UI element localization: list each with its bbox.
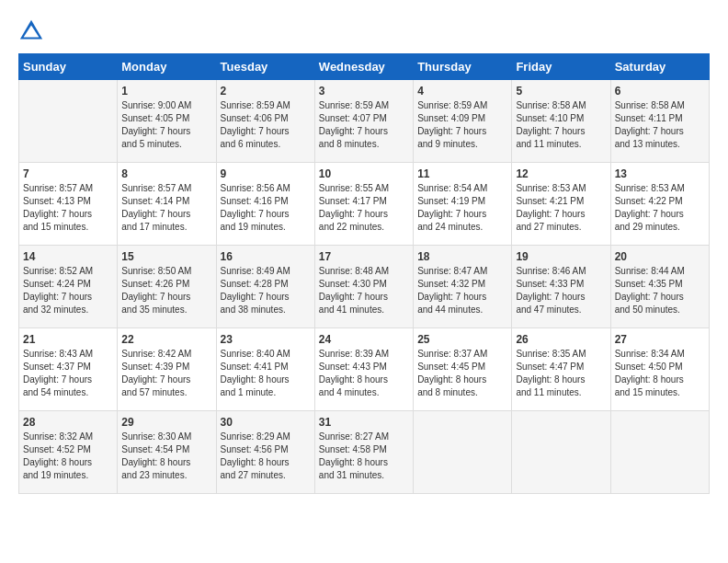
- page-header: [18, 18, 710, 44]
- day-info: Sunrise: 8:39 AM Sunset: 4:43 PM Dayligh…: [319, 348, 409, 399]
- calendar-cell: 18Sunrise: 8:47 AM Sunset: 4:32 PM Dayli…: [414, 246, 512, 328]
- day-info: Sunrise: 8:37 AM Sunset: 4:45 PM Dayligh…: [417, 348, 507, 399]
- day-number: 1: [121, 85, 211, 98]
- calendar-cell: [19, 80, 118, 163]
- day-info: Sunrise: 8:59 AM Sunset: 4:06 PM Dayligh…: [221, 99, 311, 151]
- day-info: Sunrise: 8:30 AM Sunset: 4:54 PM Dayligh…: [121, 431, 211, 482]
- day-info: Sunrise: 8:56 AM Sunset: 4:16 PM Dayligh…: [221, 182, 311, 234]
- calendar-cell: 28Sunrise: 8:32 AM Sunset: 4:52 PM Dayli…: [19, 411, 118, 494]
- day-info: Sunrise: 8:32 AM Sunset: 4:52 PM Dayligh…: [23, 431, 113, 482]
- header-day-saturday: Saturday: [610, 54, 709, 80]
- day-number: 6: [615, 85, 705, 98]
- calendar-cell: 11Sunrise: 8:54 AM Sunset: 4:19 PM Dayli…: [414, 163, 512, 246]
- calendar-cell: 6Sunrise: 8:58 AM Sunset: 4:11 PM Daylig…: [610, 80, 709, 163]
- day-info: Sunrise: 8:34 AM Sunset: 4:50 PM Dayligh…: [615, 348, 705, 399]
- calendar-cell: 21Sunrise: 8:43 AM Sunset: 4:37 PM Dayli…: [19, 328, 118, 411]
- calendar-cell: 15Sunrise: 8:50 AM Sunset: 4:26 PM Dayli…: [118, 246, 216, 328]
- day-number: 13: [615, 167, 705, 180]
- day-number: 24: [319, 333, 409, 346]
- day-info: Sunrise: 8:43 AM Sunset: 4:37 PM Dayligh…: [23, 348, 113, 399]
- week-row-5: 28Sunrise: 8:32 AM Sunset: 4:52 PM Dayli…: [19, 411, 710, 494]
- day-info: Sunrise: 8:29 AM Sunset: 4:56 PM Dayligh…: [221, 431, 311, 482]
- day-info: Sunrise: 8:59 AM Sunset: 4:07 PM Dayligh…: [319, 99, 409, 151]
- logo: [18, 18, 48, 44]
- day-number: 2: [221, 85, 311, 98]
- calendar-cell: 23Sunrise: 8:40 AM Sunset: 4:41 PM Dayli…: [216, 328, 314, 411]
- calendar-cell: 7Sunrise: 8:57 AM Sunset: 4:13 PM Daylig…: [19, 163, 118, 246]
- day-info: Sunrise: 8:53 AM Sunset: 4:21 PM Dayligh…: [516, 182, 606, 234]
- logo-icon: [18, 18, 44, 44]
- calendar-cell: 29Sunrise: 8:30 AM Sunset: 4:54 PM Dayli…: [118, 411, 216, 494]
- day-number: 7: [23, 167, 113, 180]
- day-number: 31: [319, 416, 409, 429]
- day-info: Sunrise: 8:42 AM Sunset: 4:39 PM Dayligh…: [121, 348, 211, 399]
- day-number: 19: [516, 250, 606, 263]
- calendar-cell: 14Sunrise: 8:52 AM Sunset: 4:24 PM Dayli…: [19, 246, 118, 328]
- day-info: Sunrise: 8:47 AM Sunset: 4:32 PM Dayligh…: [417, 265, 507, 316]
- day-number: 8: [121, 167, 211, 180]
- week-row-4: 21Sunrise: 8:43 AM Sunset: 4:37 PM Dayli…: [19, 328, 710, 411]
- calendar-cell: 24Sunrise: 8:39 AM Sunset: 4:43 PM Dayli…: [314, 328, 413, 411]
- calendar-cell: 1Sunrise: 9:00 AM Sunset: 4:05 PM Daylig…: [118, 80, 216, 163]
- calendar-cell: 19Sunrise: 8:46 AM Sunset: 4:33 PM Dayli…: [512, 246, 610, 328]
- calendar-table: SundayMondayTuesdayWednesdayThursdayFrid…: [18, 53, 710, 494]
- day-number: 4: [417, 85, 507, 98]
- header-day-wednesday: Wednesday: [314, 54, 413, 80]
- day-info: Sunrise: 8:35 AM Sunset: 4:47 PM Dayligh…: [516, 348, 606, 399]
- header-row: SundayMondayTuesdayWednesdayThursdayFrid…: [19, 54, 710, 80]
- day-number: 16: [221, 250, 311, 263]
- calendar-cell: [414, 411, 512, 494]
- calendar-cell: 10Sunrise: 8:55 AM Sunset: 4:17 PM Dayli…: [314, 163, 413, 246]
- calendar-cell: 4Sunrise: 8:59 AM Sunset: 4:09 PM Daylig…: [414, 80, 512, 163]
- calendar-cell: 2Sunrise: 8:59 AM Sunset: 4:06 PM Daylig…: [216, 80, 314, 163]
- header-day-monday: Monday: [118, 54, 216, 80]
- day-number: 11: [417, 167, 507, 180]
- day-number: 21: [23, 333, 113, 346]
- day-number: 14: [23, 250, 113, 263]
- day-number: 27: [615, 333, 705, 346]
- week-row-2: 7Sunrise: 8:57 AM Sunset: 4:13 PM Daylig…: [19, 163, 710, 246]
- calendar-cell: 12Sunrise: 8:53 AM Sunset: 4:21 PM Dayli…: [512, 163, 610, 246]
- day-info: Sunrise: 8:48 AM Sunset: 4:30 PM Dayligh…: [319, 265, 409, 316]
- calendar-cell: 5Sunrise: 8:58 AM Sunset: 4:10 PM Daylig…: [512, 80, 610, 163]
- calendar-cell: 16Sunrise: 8:49 AM Sunset: 4:28 PM Dayli…: [216, 246, 314, 328]
- day-info: Sunrise: 8:49 AM Sunset: 4:28 PM Dayligh…: [221, 265, 311, 316]
- day-info: Sunrise: 8:50 AM Sunset: 4:26 PM Dayligh…: [121, 265, 211, 316]
- calendar-cell: [610, 411, 709, 494]
- header-day-tuesday: Tuesday: [216, 54, 314, 80]
- day-number: 22: [121, 333, 211, 346]
- day-info: Sunrise: 8:52 AM Sunset: 4:24 PM Dayligh…: [23, 265, 113, 316]
- day-info: Sunrise: 8:53 AM Sunset: 4:22 PM Dayligh…: [615, 182, 705, 234]
- day-info: Sunrise: 8:27 AM Sunset: 4:58 PM Dayligh…: [319, 431, 409, 482]
- calendar-cell: 31Sunrise: 8:27 AM Sunset: 4:58 PM Dayli…: [314, 411, 413, 494]
- calendar-cell: 30Sunrise: 8:29 AM Sunset: 4:56 PM Dayli…: [216, 411, 314, 494]
- calendar-cell: 13Sunrise: 8:53 AM Sunset: 4:22 PM Dayli…: [610, 163, 709, 246]
- day-info: Sunrise: 8:58 AM Sunset: 4:11 PM Dayligh…: [615, 99, 705, 151]
- day-number: 29: [121, 416, 211, 429]
- week-row-1: 1Sunrise: 9:00 AM Sunset: 4:05 PM Daylig…: [19, 80, 710, 163]
- day-number: 25: [417, 333, 507, 346]
- day-number: 23: [221, 333, 311, 346]
- day-number: 10: [319, 167, 409, 180]
- calendar-cell: 27Sunrise: 8:34 AM Sunset: 4:50 PM Dayli…: [610, 328, 709, 411]
- day-info: Sunrise: 9:00 AM Sunset: 4:05 PM Dayligh…: [121, 99, 211, 151]
- day-info: Sunrise: 8:40 AM Sunset: 4:41 PM Dayligh…: [221, 348, 311, 399]
- calendar-cell: 9Sunrise: 8:56 AM Sunset: 4:16 PM Daylig…: [216, 163, 314, 246]
- day-number: 17: [319, 250, 409, 263]
- day-number: 3: [319, 85, 409, 98]
- day-info: Sunrise: 8:59 AM Sunset: 4:09 PM Dayligh…: [417, 99, 507, 151]
- calendar-cell: 3Sunrise: 8:59 AM Sunset: 4:07 PM Daylig…: [314, 80, 413, 163]
- header-day-sunday: Sunday: [19, 54, 118, 80]
- day-number: 30: [221, 416, 311, 429]
- header-day-thursday: Thursday: [414, 54, 512, 80]
- calendar-cell: 8Sunrise: 8:57 AM Sunset: 4:14 PM Daylig…: [118, 163, 216, 246]
- day-info: Sunrise: 8:44 AM Sunset: 4:35 PM Dayligh…: [615, 265, 705, 316]
- header-day-friday: Friday: [512, 54, 610, 80]
- day-info: Sunrise: 8:46 AM Sunset: 4:33 PM Dayligh…: [516, 265, 606, 316]
- day-number: 15: [121, 250, 211, 263]
- day-number: 18: [417, 250, 507, 263]
- week-row-3: 14Sunrise: 8:52 AM Sunset: 4:24 PM Dayli…: [19, 246, 710, 328]
- day-info: Sunrise: 8:57 AM Sunset: 4:14 PM Dayligh…: [121, 182, 211, 234]
- calendar-cell: 22Sunrise: 8:42 AM Sunset: 4:39 PM Dayli…: [118, 328, 216, 411]
- day-info: Sunrise: 8:58 AM Sunset: 4:10 PM Dayligh…: [516, 99, 606, 151]
